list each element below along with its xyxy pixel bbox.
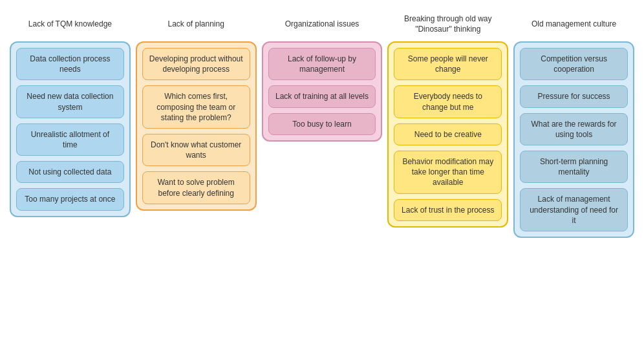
- card-col4-3: Behavior modification may take longer th…: [394, 151, 502, 194]
- column-col4: Breaking through old way "Dinosaur" thin…: [387, 13, 508, 228]
- card-col4-2: Need to be creative: [394, 123, 502, 145]
- column-header-col3: Organizational issues: [285, 13, 360, 36]
- card-col5-4: Lack of management understanding of need…: [520, 188, 628, 231]
- column-col2: Lack of planningDeveloping product witho…: [136, 13, 257, 211]
- card-col5-3: Short-term planning mentality: [520, 151, 628, 183]
- card-col1-4: Too many projects at once: [16, 188, 124, 210]
- main-container: Lack of TQM knowledgeData collection pro…: [6, 6, 638, 244]
- card-col5-2: What are the rewards for using tools: [520, 113, 628, 145]
- column-header-col5: Old management culture: [531, 13, 616, 36]
- card-col4-0: Some people will never change: [394, 48, 502, 80]
- card-col5-0: Competition versus cooperation: [520, 48, 628, 80]
- card-col3-2: Too busy to learn: [268, 113, 376, 135]
- card-col4-1: Everybody needs to change but me: [394, 85, 502, 118]
- card-col1-0: Data collection process needs: [16, 48, 124, 80]
- card-col1-2: Unrealistic allotment of time: [16, 123, 124, 156]
- column-body-col5: Competition versus cooperationPressure f…: [513, 41, 634, 238]
- card-col4-4: Lack of trust in the process: [394, 199, 502, 221]
- column-body-col4: Some people will never changeEverybody n…: [387, 41, 508, 228]
- column-header-col4: Breaking through old way "Dinosaur" thin…: [387, 13, 508, 36]
- card-col2-1: Which comes first, composing the team or…: [142, 85, 250, 129]
- card-col1-1: Need new data collection system: [16, 85, 124, 118]
- card-col5-1: Pressure for success: [520, 85, 628, 107]
- card-col3-1: Lack of training at all levels: [268, 85, 376, 107]
- column-header-col1: Lack of TQM knowledge: [28, 13, 112, 36]
- column-body-col1: Data collection process needsNeed new da…: [10, 41, 131, 217]
- column-body-col2: Developing product without developing pr…: [136, 41, 257, 211]
- column-col3: Organizational issuesLack of follow-up b…: [262, 13, 383, 142]
- card-col1-3: Not using collected data: [16, 161, 124, 183]
- card-col3-0: Lack of follow-up by management: [268, 48, 376, 80]
- column-col1: Lack of TQM knowledgeData collection pro…: [10, 13, 131, 217]
- card-col2-2: Don't know what customer wants: [142, 134, 250, 166]
- column-header-col2: Lack of planning: [167, 13, 224, 36]
- card-col2-3: Want to solve problem before clearly def…: [142, 171, 250, 204]
- column-body-col3: Lack of follow-up by managementLack of t…: [262, 41, 383, 142]
- card-col2-0: Developing product without developing pr…: [142, 48, 250, 80]
- column-col5: Old management cultureCompetition versus…: [513, 13, 634, 238]
